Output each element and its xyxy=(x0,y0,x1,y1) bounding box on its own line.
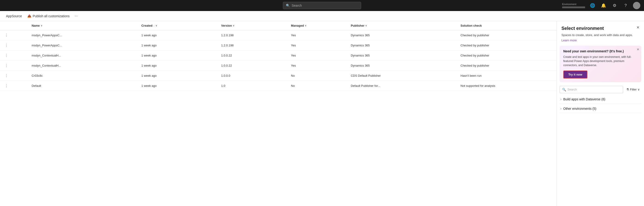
global-search-box[interactable]: 🔍 xyxy=(283,2,361,9)
row-ellipsis-icon[interactable]: ⋮ xyxy=(4,43,9,47)
env-group: › Build apps with Dataverse (6) xyxy=(557,95,644,104)
chevron-right-icon: › xyxy=(560,107,562,110)
table-row: ⋮ Default 1 week ago 1.0 No Default Publ… xyxy=(0,81,556,91)
row-solution-check: Checked by publisher xyxy=(457,50,556,61)
row-name: msdyn_ContextualH... xyxy=(28,61,138,71)
env-group-label: Other environments (5) xyxy=(563,107,596,110)
col-name-header[interactable]: Name ∨ xyxy=(28,21,138,30)
table-body: ⋮ msdyn_PowerAppsC... 1 week ago 1.2.0.1… xyxy=(0,30,556,91)
env-group: › Other environments (5) xyxy=(557,104,644,113)
nav-right-section: Environment 🌐 🔔 ⚙ ? xyxy=(562,2,640,9)
row-managed: No xyxy=(287,81,347,91)
row-version: 1.0.0.22 xyxy=(217,50,287,61)
row-managed: Yes xyxy=(287,50,347,61)
content-area: Name ∨ Created ↓ ∨ Version xyxy=(0,21,556,206)
version-sort-icon: ∨ xyxy=(233,24,234,27)
global-search-input[interactable] xyxy=(292,4,358,7)
row-solution-check: Checked by publisher xyxy=(457,30,556,40)
row-menu-cell[interactable]: ⋮ xyxy=(0,71,28,81)
publish-label: Publish all customizations xyxy=(33,14,70,18)
publish-icon: 📤 xyxy=(27,14,31,18)
created-sort-icon: ∨ xyxy=(156,24,157,27)
row-version: 1.2.0.198 xyxy=(217,40,287,50)
appsource-button[interactable]: AppSource xyxy=(4,13,24,19)
row-created: 1 week ago xyxy=(138,30,217,40)
row-version: 1.2.0.198 xyxy=(217,30,287,40)
bell-icon[interactable]: 🔔 xyxy=(600,2,607,9)
row-name: Default xyxy=(28,81,138,91)
row-managed: Yes xyxy=(287,30,347,40)
row-menu-cell[interactable]: ⋮ xyxy=(0,30,28,40)
solutions-table: Name ∨ Created ↓ ∨ Version xyxy=(0,21,556,91)
panel-search-icon: 🔍 xyxy=(562,88,566,91)
managed-sort-icon: ∨ xyxy=(305,24,306,27)
env-group-header[interactable]: › Build apps with Dataverse (6) xyxy=(560,95,641,104)
avatar[interactable] xyxy=(633,2,640,9)
filter-chevron-icon: ∨ xyxy=(638,88,640,91)
row-created: 1 week ago xyxy=(138,40,217,50)
env-group-header[interactable]: › Other environments (5) xyxy=(560,104,641,113)
table-row: ⋮ msdyn_ContextualH... 1 week ago 1.0.0.… xyxy=(0,50,556,61)
row-ellipsis-icon[interactable]: ⋮ xyxy=(4,74,9,78)
panel-search-box[interactable]: 🔍 xyxy=(560,86,623,93)
promo-description: Create and test apps in your own environ… xyxy=(563,55,638,67)
env-bar xyxy=(562,6,585,8)
row-version: 1.0 xyxy=(217,81,287,91)
row-publisher: Dynamics 365 xyxy=(347,50,457,61)
panel-search-row: 🔍 ⚗ Filter ∨ xyxy=(557,86,644,93)
row-ellipsis-icon[interactable]: ⋮ xyxy=(4,53,9,57)
env-label: Environment xyxy=(562,3,576,6)
row-created: 1 week ago xyxy=(138,71,217,81)
row-managed: Yes xyxy=(287,61,347,71)
table-row: ⋮ msdyn_PowerAppsC... 1 week ago 1.2.0.1… xyxy=(0,30,556,40)
main-layout: Name ∨ Created ↓ ∨ Version xyxy=(0,21,644,206)
try-it-now-button[interactable]: Try it now xyxy=(563,70,588,79)
row-ellipsis-icon[interactable]: ⋮ xyxy=(4,33,9,37)
name-sort-icon: ∨ xyxy=(41,24,42,27)
promo-card-close-button[interactable]: ✕ xyxy=(637,47,640,51)
row-ellipsis-icon[interactable]: ⋮ xyxy=(4,84,9,88)
col-dots xyxy=(0,21,28,30)
chevron-right-icon: › xyxy=(560,98,562,101)
col-version-header[interactable]: Version ∨ xyxy=(217,21,287,30)
filter-button[interactable]: ⚗ Filter ∨ xyxy=(625,87,641,92)
environment-selector[interactable]: Environment xyxy=(562,3,585,8)
row-managed: No xyxy=(287,71,347,81)
help-icon[interactable]: ? xyxy=(622,2,629,9)
search-icon: 🔍 xyxy=(286,4,290,7)
row-created: 1 week ago xyxy=(138,61,217,71)
row-menu-cell[interactable]: ⋮ xyxy=(0,61,28,71)
col-managed-header[interactable]: Managed ∨ xyxy=(287,21,347,30)
row-publisher: Dynamics 365 xyxy=(347,30,457,40)
panel-subtitle: Spaces to create, store, and work with d… xyxy=(562,33,640,37)
row-publisher: CDS Default Publisher xyxy=(347,71,457,81)
learn-more-link[interactable]: Learn more xyxy=(562,39,576,42)
row-created: 1 week ago xyxy=(138,81,217,91)
globe-icon[interactable]: 🌐 xyxy=(589,2,596,9)
row-menu-cell[interactable]: ⋮ xyxy=(0,40,28,50)
publish-button[interactable]: 📤 Publish all customizations xyxy=(25,13,72,19)
promo-title: Need your own environment? (It's free.) xyxy=(563,49,638,53)
side-panel: Select environment Spaces to create, sto… xyxy=(556,21,644,206)
row-solution-check: Checked by publisher xyxy=(457,40,556,50)
row-menu-cell[interactable]: ⋮ xyxy=(0,81,28,91)
table-row: ⋮ Cr03c8c 1 week ago 1.0.0.0 No CDS Defa… xyxy=(0,71,556,81)
row-menu-cell[interactable]: ⋮ xyxy=(0,50,28,61)
row-managed: Yes xyxy=(287,40,347,50)
row-solution-check: Not supported for analysis xyxy=(457,81,556,91)
row-publisher: Default Publisher for... xyxy=(347,81,457,91)
env-group-label: Build apps with Dataverse (6) xyxy=(563,97,605,101)
col-created-header[interactable]: Created ↓ ∨ xyxy=(138,21,217,30)
row-ellipsis-icon[interactable]: ⋮ xyxy=(4,64,9,67)
panel-search-input[interactable] xyxy=(568,88,620,91)
row-name: msdyn_PowerAppsC... xyxy=(28,40,138,50)
table-header: Name ∨ Created ↓ ∨ Version xyxy=(0,21,556,30)
toolbar-more-button[interactable]: ··· xyxy=(73,13,80,19)
environment-groups: › Build apps with Dataverse (6) › Other … xyxy=(557,95,644,114)
col-publisher-header[interactable]: Publisher ∨ xyxy=(347,21,457,30)
panel-close-button[interactable]: ✕ xyxy=(636,25,640,30)
filter-icon: ⚗ xyxy=(626,88,629,91)
row-solution-check: Checked by publisher xyxy=(457,61,556,71)
settings-icon[interactable]: ⚙ xyxy=(611,2,618,9)
panel-header: Select environment Spaces to create, sto… xyxy=(557,21,644,42)
